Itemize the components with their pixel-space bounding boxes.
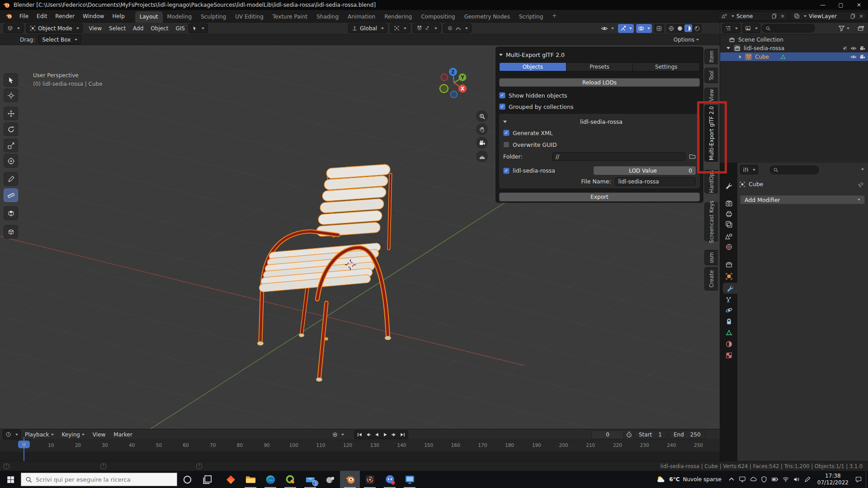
tab-settings[interactable]: Settings [633, 63, 699, 71]
menu-file[interactable]: File [15, 10, 33, 23]
scene-selector[interactable]: Scene ✕ [718, 11, 788, 21]
grouped-checkbox[interactable] [499, 103, 505, 110]
search-input[interactable] [36, 476, 162, 483]
menu-object[interactable]: Object [147, 23, 172, 34]
tab-objects[interactable]: Objects [500, 63, 566, 71]
volume-tray-icon[interactable] [791, 471, 802, 488]
overlays-toggle[interactable] [636, 24, 652, 33]
remote-desktop-icon[interactable] [400, 471, 420, 488]
app-red-diamond-icon[interactable] [221, 471, 241, 488]
camera-view-icon[interactable] [476, 137, 488, 149]
disclosure-collapsed-icon[interactable] [739, 55, 741, 59]
sidebar-tab[interactable]: Create [704, 267, 718, 291]
item-export-checkbox[interactable] [503, 168, 509, 174]
annotate-tool-icon[interactable] [4, 172, 18, 186]
blender-icon[interactable] [340, 471, 360, 488]
cortana-button[interactable] [177, 471, 197, 488]
menu-view[interactable]: View [89, 429, 109, 440]
menu-view[interactable]: View [85, 23, 105, 34]
exclude-checkbox[interactable] [842, 46, 848, 51]
battery-tray-icon[interactable] [769, 471, 780, 488]
workspace-tab[interactable]: Modeling [163, 11, 197, 23]
sidebar-tab[interactable]: Screencast Keys [704, 202, 718, 241]
maximize-button[interactable]: ▢ [832, 0, 850, 10]
output-tab-icon[interactable] [722, 208, 735, 219]
ortho-grid-icon[interactable] [476, 150, 488, 162]
taskbar-search[interactable] [21, 473, 177, 486]
show-desktop-button[interactable] [866, 471, 868, 488]
timeline-ruler[interactable]: 0 01020304050607080901001101201301401501… [0, 440, 720, 451]
timeline-editor-selector[interactable] [3, 430, 21, 439]
folder-browse-icon[interactable] [689, 153, 696, 160]
shield-tray-icon[interactable] [759, 471, 769, 488]
drag-mode-selector[interactable]: Select Box [38, 35, 81, 44]
workspace-tab[interactable]: Texture Paint [268, 11, 312, 23]
auto-keying-button[interactable] [331, 431, 340, 439]
rotate-tool-icon[interactable] [4, 122, 18, 136]
file-name-input[interactable]: lidl-sedia-rossa [615, 177, 696, 186]
collapse-panel-icon[interactable] [499, 54, 503, 56]
close-icon[interactable]: ✕ [859, 13, 863, 19]
texture-tab-icon[interactable] [722, 350, 735, 361]
workspace-tab[interactable]: Scripting [514, 11, 547, 23]
visibility-dropdown[interactable] [599, 24, 616, 33]
properties-editor-selector[interactable] [740, 165, 758, 174]
zoom-icon[interactable] [476, 110, 488, 122]
menu-edit[interactable]: Edit [33, 10, 51, 23]
shading-wireframe-button[interactable] [667, 24, 675, 32]
current-frame-field[interactable]: 0 [591, 430, 624, 439]
menu-help[interactable]: Help [108, 10, 128, 23]
overwrite-guid-checkbox[interactable] [503, 141, 509, 148]
outliner-row-collection[interactable]: lidl-sedia-rossa [720, 44, 868, 52]
tray-expand-chevron[interactable] [726, 471, 737, 488]
physics-tab-icon[interactable] [722, 305, 735, 315]
export-button[interactable]: Export [499, 192, 700, 202]
auto-keying-dropdown[interactable] [341, 434, 344, 436]
workspace-tab[interactable]: Sculpting [196, 11, 231, 23]
menu-playback[interactable]: Playback [21, 429, 58, 440]
menu-add[interactable]: Add [129, 23, 147, 34]
disclosure-expanded-icon[interactable] [726, 47, 730, 49]
pivot-point-selector[interactable] [390, 23, 410, 33]
editor-type-selector[interactable] [4, 23, 24, 33]
collapse-group-icon[interactable] [503, 121, 507, 123]
reload-lods-button[interactable]: Reload LODs [499, 78, 700, 87]
timeline-keyframe-area[interactable] [0, 451, 720, 461]
tool-fallback-selector[interactable] [189, 23, 208, 33]
add-modifier-dropdown[interactable]: Add Modifier [740, 195, 865, 204]
lod-value-slider[interactable]: LOD Value 0 [594, 166, 696, 175]
workspace-tab[interactable]: Rendering [380, 11, 416, 23]
collection-tab-icon[interactable] [722, 259, 735, 270]
proportional-edit-widget[interactable] [443, 23, 472, 33]
outliner-display-mode[interactable] [742, 23, 760, 33]
chair-model[interactable] [244, 158, 407, 393]
menu-gis[interactable]: GIS [172, 23, 188, 34]
start-button[interactable] [0, 471, 21, 488]
render-tab-icon[interactable] [722, 198, 735, 209]
pen-tray-icon[interactable] [802, 471, 813, 488]
taskbar-clock[interactable]: 17:38 07/12/2022 [813, 473, 853, 486]
gizmos-toggle[interactable] [618, 24, 634, 33]
eye-icon[interactable] [850, 53, 857, 60]
particles-tab-icon[interactable] [722, 294, 735, 305]
start-frame-field[interactable]: Start1 [634, 430, 667, 439]
shading-solid-button[interactable] [676, 24, 684, 32]
stopwatch-icon[interactable] [626, 431, 632, 438]
blender-menu-icon[interactable] [5, 13, 13, 20]
show-hidden-checkbox[interactable] [499, 92, 505, 99]
jump-to-start-button[interactable] [355, 431, 364, 439]
close-icon[interactable]: ✕ [780, 13, 785, 19]
transform-orientation-selector[interactable]: Global [348, 23, 387, 33]
properties-options-dropdown[interactable] [861, 169, 864, 170]
new-collection-button[interactable] [857, 24, 865, 32]
object-tab-icon[interactable] [722, 271, 735, 282]
menu-keying[interactable]: Keying [58, 429, 89, 440]
workspace-tab[interactable]: Shading [312, 11, 343, 23]
mode-selector[interactable]: Object Mode [26, 23, 83, 33]
next-keyframe-button[interactable] [390, 431, 398, 439]
scale-tool-icon[interactable] [4, 139, 18, 152]
play-reverse-button[interactable] [373, 431, 381, 439]
tool-tab-icon[interactable] [722, 180, 735, 191]
world-tab-icon[interactable] [722, 241, 735, 252]
eye-icon[interactable] [850, 45, 857, 52]
